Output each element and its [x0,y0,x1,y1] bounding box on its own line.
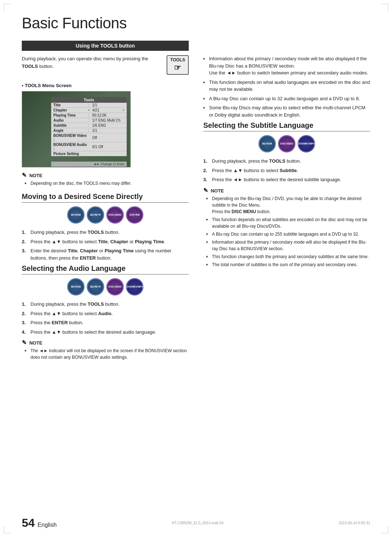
note-item: The total number of subtitles is the sum… [206,261,370,268]
step-item: 4. Press the ▲▼ buttons to select the de… [22,329,189,336]
subtitle-note-section: ✎ NOTE Depending on the Blu-ray Disc / D… [203,187,370,268]
note-header: ✎ NOTE [203,187,370,194]
tools-menu-row: Playing Time : 00:12:06 [51,113,127,118]
note-item: Information about the primary / secondar… [206,239,370,252]
tools-section: Using the TOOLS button TOOLS ☞ During pl… [22,41,189,187]
subtitle-disc-badges: BD-ROM DVD-VIDEO DVD/MKV/MP4 [203,135,370,152]
disc-badge-bd-rom: BD-ROM [67,278,85,296]
moving-section-title: Moving to a Desired Scene Directly [22,192,189,203]
note-item: Depending on the Blu-ray Disc / DVD, you… [206,195,370,215]
step-item: 1. During playback, press the TOOLS butt… [22,229,189,236]
subtitle-note-list: Depending on the Blu-ray Disc / DVD, you… [203,195,370,268]
tools-note-list: Depending on the disc, the TOOLS menu ma… [22,180,189,187]
tools-menu-panel: Tools Title : 1/1 Chapter < 4/21 > [51,97,127,156]
tools-menu-row: Angle : 1/1 [51,128,127,133]
corner-mark-bl [4,526,11,533]
note-item: The ◄► indicator will not be displayed o… [25,347,189,361]
disc-badge-bd-rom: BD-ROM [258,135,276,152]
audio-section: Selecting the Audio Language BD-ROM BD-R… [22,264,189,361]
bullet-item: This function depends on what audio lang… [203,79,370,93]
step-item: 3. Press the ENTER button. [22,319,189,326]
subtitle-section: Selecting the Subtitle Language BD-ROM D… [203,121,370,268]
left-column: Using the TOOLS button TOOLS ☞ During pl… [22,41,189,366]
tools-menu-row: Title : 1/1 [51,103,127,108]
step-item: 2. Press the ▲▼ buttons to select Title,… [22,238,189,245]
note-item: A Blu-ray Disc can contain up to 255 sub… [206,231,370,237]
note-icon: ✎ [22,172,26,178]
moving-section: Moving to a Desired Scene Directly BD-RO… [22,192,189,261]
step-item: 2. Press the ▲▼ buttons to select Subtit… [203,167,370,174]
corner-mark-tl [4,4,11,11]
moving-disc-badges: BD-ROM BD-RE+R DVD-VIDEO DVD+RW [22,206,189,224]
step-item: 3. Press the ◄► buttons to select the de… [203,176,370,183]
note-item: Depending on the disc, the TOOLS menu ma… [25,180,189,187]
disc-badge-dvd-video: DVD-VIDEO [106,278,124,296]
page-language: English [38,522,57,528]
right-column: Information about the primary / secondar… [203,41,370,366]
page: Basic Functions Using the TOOLS button T… [0,0,392,537]
bullet-item: A Blu-ray Disc can contain up to 32 audi… [203,95,370,102]
page-title: Basic Functions [22,15,370,32]
note-icon: ✎ [203,187,208,194]
page-number-block: 54 English [22,516,57,530]
tools-intro-block: TOOLS ☞ During playback, you can operate… [22,55,189,78]
tools-menu-title-bar: Tools [51,97,127,103]
audio-note-section: ✎ NOTE The ◄► indicator will not be disp… [22,339,189,361]
two-column-layout: Using the TOOLS button TOOLS ☞ During pl… [22,41,370,366]
moving-steps-list: 1. During playback, press the TOOLS butt… [22,229,189,261]
tools-menu-label: • TOOLS Menu Screen [22,83,189,88]
audio-section-title: Selecting the Audio Language [22,264,189,274]
disc-badge-bd-re: BD-RE+R [87,278,104,296]
disc-badge-bd-re: BD-RE+R [87,206,104,224]
note-header: ✎ NOTE [22,339,189,346]
bullet-item: Some Blu-ray Discs may allow you to sele… [203,104,370,118]
note-icon: ✎ [22,339,26,346]
step-item: 1. During playback, press the TOOLS butt… [203,158,370,165]
tools-intro-text: During playback, you can operate disc me… [22,55,189,70]
subtitle-section-title: Selecting the Subtitle Language [203,121,370,131]
step-item: 2. Press the ▲▼ buttons to select Audio. [22,310,189,317]
disc-badge-dvdmkmp: DVD/MKV/MP4 [126,278,143,296]
tools-note-section: ✎ NOTE Depending on the disc, the TOOLS … [22,172,189,187]
corner-mark-br [381,526,388,533]
audio-note-list: The ◄► indicator will not be displayed o… [22,347,189,361]
disc-badge-bd-rom: BD-ROM [67,206,85,224]
step-item: 3. Enter the desired Title, Chapter or P… [22,247,189,261]
subtitle-steps-list: 1. During playback, press the TOOLS butt… [203,158,370,183]
footer-date: 2010-09-14 6:55:31 [339,521,370,525]
corner-mark-tr [381,4,388,11]
audio-info-bullets: Information about the primary / secondar… [203,55,370,118]
tools-menu-row: Subtitle : 1/6 ENG [51,123,127,128]
audio-disc-badges: BD-ROM BD-RE+R DVD-VIDEO DVD/MKV/MP4 [22,278,189,296]
hand-icon: ☞ [170,63,185,73]
step-item: 1. During playback, press the TOOLS butt… [22,301,189,308]
tools-icon-box: TOOLS ☞ [167,55,189,75]
tools-menu-screen: Tools Title : 1/1 Chapter < 4/21 > [22,91,131,167]
tools-label: TOOLS [170,57,185,62]
tools-menu-footer: ◄► Change ⊡ Enter [51,162,127,167]
disc-badge-dvd-video: DVD-VIDEO [278,135,295,152]
note-header: ✎ NOTE [22,172,189,179]
tools-section-header: Using the TOOLS button [22,41,189,51]
tools-icon-container: TOOLS ☞ [167,55,189,75]
tools-menu-row: Picture Setting [51,151,127,156]
bullet-item: Information about the primary / secondar… [203,55,370,77]
page-footer: 54 English HT-C9950W_ELS_0914.indd 54 20… [22,516,370,530]
tools-menu-row: Audio : 1/7 ENG Multi Ch [51,118,127,123]
footer-filename: HT-C9950W_ELS_0914.indd 54 [172,521,224,525]
page-number: 54 [22,516,35,530]
tools-menu-row: BONUSVIEW Video : Off [51,133,127,142]
note-item: This function changes both the primary a… [206,253,370,260]
tools-menu-row: Chapter < 4/21 > [51,108,127,113]
disc-badge-dvd-rw: DVD+RW [126,206,143,224]
tools-menu-row: BONUSVIEW Audio : 0/1 Off [51,142,127,151]
disc-badge-dvdmkmp: DVD/MKV/MP4 [298,135,315,152]
note-item: This function depends on what subtitles … [206,216,370,229]
audio-steps-list: 1. During playback, press the TOOLS butt… [22,301,189,335]
disc-badge-dvd-video: DVD-VIDEO [106,206,124,224]
